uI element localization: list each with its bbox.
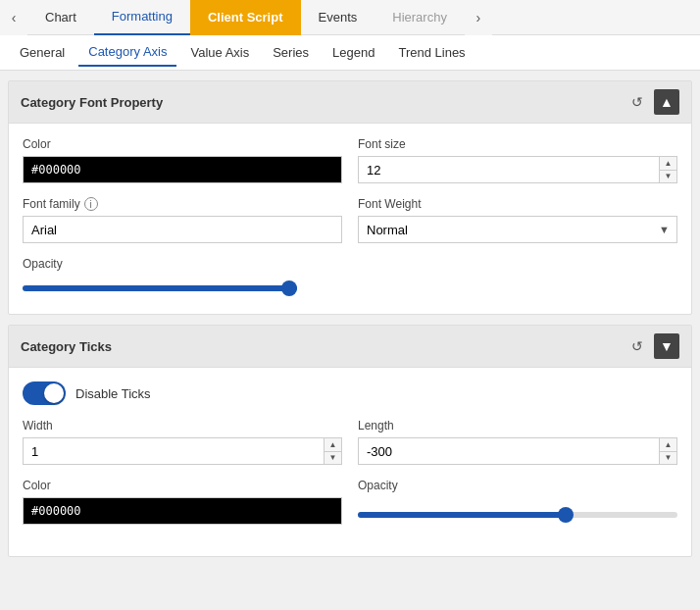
category-ticks-actions: ↺ ▼ [625,333,679,359]
category-ticks-header: Category Ticks ↺ ▼ [9,326,691,368]
main-content: Category Font Property ↺ ▲ Color #000000… [0,71,700,610]
font-size-up-button[interactable]: ▲ [660,157,676,171]
length-input[interactable] [359,438,659,464]
ticks-opacity-label: Opacity [358,479,677,492]
ticks-color-group: Color #000000 [23,479,342,525]
opacity-label: Opacity [23,257,677,271]
width-spinners: ▲ ▼ [324,438,341,464]
category-font-collapse-button[interactable]: ▲ [654,89,679,115]
font-family-info-icon[interactable]: i [84,197,98,211]
opacity-section: Opacity [23,257,677,296]
nav-value-axis[interactable]: Value Axis [180,39,259,66]
nav-legend[interactable]: Legend [323,39,384,66]
width-group: Width ▲ ▼ [23,419,342,465]
ticks-opacity-thumb[interactable] [558,507,574,523]
font-size-down-button[interactable]: ▼ [660,171,676,183]
length-input-wrap: ▲ ▼ [358,437,677,465]
ticks-opacity-track [358,512,677,518]
font-size-label: Font size [358,137,677,151]
font-size-group: Font size ▲ ▼ [358,137,677,183]
color-group: Color #000000 [23,137,342,183]
font-family-input[interactable] [23,216,342,243]
length-label: Length [358,419,677,432]
category-font-refresh-button[interactable]: ↺ [625,89,650,115]
category-font-header: Category Font Property ↺ ▲ [9,81,691,124]
length-up-button[interactable]: ▲ [660,438,676,452]
nav-trend-lines[interactable]: Trend Lines [388,39,475,66]
font-size-input-wrap: ▲ ▼ [358,156,677,183]
category-font-title: Category Font Property [21,95,163,110]
opacity-track [23,285,297,291]
nav-category-axis[interactable]: Category Axis [78,38,176,67]
font-weight-label: Font Weight [358,197,677,211]
font-size-input[interactable] [359,157,659,182]
category-font-body: Color #000000 Font size ▲ ▼ [9,124,691,314]
font-family-label: Font family i [23,197,342,211]
ticks-color-label: Color [23,479,342,492]
width-length-row: Width ▲ ▼ Length ▲ [23,419,677,465]
category-ticks-title: Category Ticks [21,339,112,354]
secondary-nav: General Category Axis Value Axis Series … [0,35,700,71]
next-tab-button[interactable]: › [465,0,492,35]
color-swatch[interactable]: #000000 [23,156,342,183]
width-up-button[interactable]: ▲ [325,438,341,452]
width-label: Width [23,419,342,432]
width-input-wrap: ▲ ▼ [23,437,342,465]
disable-ticks-label: Disable Ticks [75,386,151,401]
top-tab-bar: ‹ Chart Formatting Client Script Events … [0,0,700,35]
ticks-opacity-group: Opacity [358,479,677,525]
toggle-knob [44,383,64,403]
length-spinners: ▲ ▼ [659,438,676,464]
tab-hierarchy[interactable]: Hierarchy [375,0,465,35]
tab-clientscript[interactable]: Client Script [190,0,301,35]
tab-events[interactable]: Events [301,0,375,35]
tab-chart[interactable]: Chart [27,0,94,35]
nav-series[interactable]: Series [263,39,319,66]
category-ticks-body: Disable Ticks Width ▲ ▼ Length [9,368,691,556]
ticks-color-swatch[interactable]: #000000 [23,497,342,525]
font-weight-group: Font Weight Normal Bold Bolder Lighter ▼ [358,197,677,243]
category-ticks-collapse-button[interactable]: ▼ [654,333,679,359]
width-input[interactable] [24,438,324,464]
font-family-group: Font family i [23,197,342,243]
tab-formatting[interactable]: Formatting [94,0,190,35]
category-ticks-section: Category Ticks ↺ ▼ Disable Ticks Width [8,325,692,557]
fontfamily-fontweight-row: Font family i Font Weight Normal Bold Bo… [23,197,677,243]
font-weight-select[interactable]: Normal Bold Bolder Lighter [358,216,677,243]
color-value: #000000 [31,163,81,177]
color-fontsize-row: Color #000000 Font size ▲ ▼ [23,137,677,183]
disable-ticks-toggle[interactable] [23,381,66,405]
width-down-button[interactable]: ▼ [325,452,341,465]
opacity-thumb[interactable] [281,280,297,296]
length-down-button[interactable]: ▼ [660,452,676,465]
nav-general[interactable]: General [10,39,75,66]
color-label: Color [23,137,342,151]
length-group: Length ▲ ▼ [358,419,677,465]
ticks-color-value: #000000 [31,504,81,518]
disable-ticks-row: Disable Ticks [23,381,677,405]
font-weight-select-wrap: Normal Bold Bolder Lighter ▼ [358,216,677,243]
category-ticks-refresh-button[interactable]: ↺ [625,333,650,359]
font-size-spinners: ▲ ▼ [659,157,676,182]
prev-tab-button[interactable]: ‹ [0,0,27,35]
category-font-section: Category Font Property ↺ ▲ Color #000000… [8,80,692,315]
category-font-actions: ↺ ▲ [625,89,679,115]
ticks-color-opacity-row: Color #000000 Opacity [23,479,677,525]
ticks-opacity-fill [358,512,566,518]
